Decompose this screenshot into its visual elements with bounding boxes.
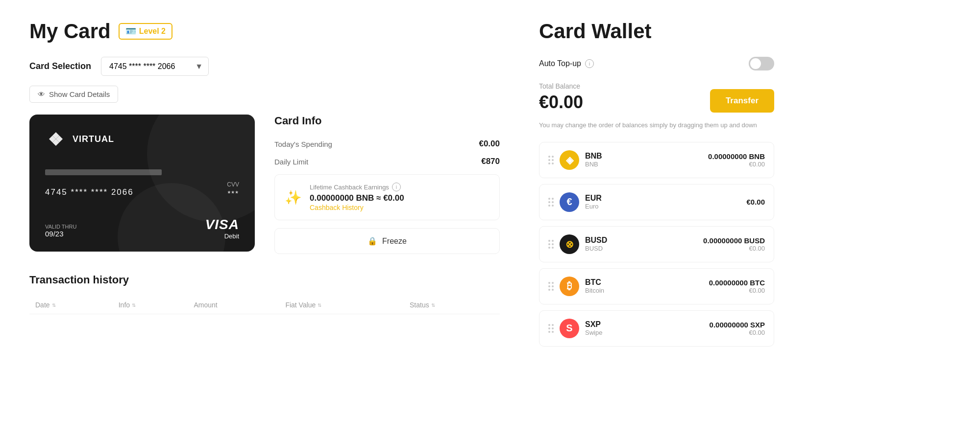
transaction-section: Transaction history Date ⇅ Info	[29, 274, 500, 314]
daily-limit-row: Daily Limit €870	[274, 157, 500, 166]
coin-name-sxp: SXP	[585, 320, 704, 329]
coin-balance-eur: €0.00	[746, 198, 765, 206]
cashback-box: ✨ Lifetime Cashback Earnings i 0.0000000…	[274, 174, 500, 220]
sort-icon-info[interactable]: ⇅	[132, 302, 136, 308]
drag-hint: You may change the order of balances sim…	[539, 120, 774, 130]
daily-limit-value: €870	[481, 157, 500, 166]
auto-topup-info-icon: i	[585, 59, 594, 68]
transfer-button[interactable]: Transfer	[710, 89, 774, 113]
th-fiat-value: Fiat Value ⇅	[279, 296, 404, 314]
auto-topup-toggle[interactable]	[749, 57, 774, 70]
card-bottom: 4745 **** **** 2066 CVV ***	[45, 181, 239, 197]
page-title: My Card	[29, 20, 111, 43]
valid-thru-label: VALID THRU	[45, 224, 76, 230]
coin-subtitle-busd: BUSD	[585, 245, 697, 252]
show-card-details-button[interactable]: 👁 Show Card Details	[29, 86, 118, 103]
coin-name-eur: EUR	[585, 194, 740, 203]
lock-icon: 🔒	[368, 236, 377, 246]
sort-icon-date[interactable]: ⇅	[52, 302, 56, 308]
wallet-item-bnb: ◈ BNB BNB 0.00000000 BNB €0.00	[539, 142, 774, 178]
transaction-history-title: Transaction history	[29, 274, 500, 286]
coin-name-busd: BUSD	[585, 236, 697, 245]
drag-handle[interactable]	[548, 240, 554, 249]
card-select[interactable]: 4745 **** **** 2066	[101, 57, 209, 76]
sort-icon-status[interactable]: ⇅	[431, 302, 435, 308]
total-balance-label: Total Balance	[539, 82, 583, 90]
wallet-coins-list: ◈ BNB BNB 0.00000000 BNB €0.00 € EUR Eur…	[539, 142, 774, 347]
card-masked-bar	[45, 169, 162, 175]
card-icon: 🪪	[125, 26, 136, 37]
coin-balance-btc: 0.00000000 BTC €0.00	[709, 279, 765, 294]
card-selection-row: Card Selection 4745 **** **** 2066 ▼	[29, 57, 500, 76]
coin-icon-sxp: S	[560, 319, 579, 338]
auto-topup-row: Auto Top-up i	[539, 57, 774, 70]
coin-icon-bnb: ◈	[560, 150, 579, 170]
coin-icon-busd: ⊗	[560, 234, 579, 254]
coin-name-bnb: BNB	[585, 152, 702, 161]
cashback-info: Lifetime Cashback Earnings i 0.00000000 …	[310, 183, 404, 212]
coin-icon-eur: €	[560, 192, 579, 212]
coin-details-eur: EUR Euro	[585, 194, 740, 210]
virtual-card: VIRTUAL 4745 **** **** 2066 CVV *** VALI…	[29, 115, 255, 252]
card-and-info: VIRTUAL 4745 **** **** 2066 CVV *** VALI…	[29, 115, 500, 254]
cashback-icon: ✨	[285, 189, 302, 206]
coin-details-sxp: SXP Swipe	[585, 320, 704, 336]
wallet-item-eur: € EUR Euro €0.00	[539, 184, 774, 220]
card-info-title: Card Info	[274, 115, 500, 127]
card-validity: VALID THRU 09/23	[45, 224, 76, 238]
level-badge: 🪪 Level 2	[119, 23, 172, 40]
cashback-label: Lifetime Cashback Earnings i	[310, 183, 404, 191]
coin-subtitle-eur: Euro	[585, 203, 740, 210]
coin-eur-value-sxp: €0.00	[710, 329, 765, 336]
coin-details-bnb: BNB BNB	[585, 152, 702, 168]
transaction-table: Date ⇅ Info ⇅ Amount	[29, 296, 500, 314]
wallet-item-btc: ₿ BTC Bitcoin 0.00000000 BTC €0.00	[539, 268, 774, 304]
coin-name-btc: BTC	[585, 278, 703, 287]
cvv-label: CVV	[227, 181, 239, 188]
card-brand-label: VIRTUAL	[73, 134, 114, 144]
coin-balance-busd: 0.00000000 BUSD €0.00	[703, 236, 765, 252]
card-selection-label: Card Selection	[29, 61, 91, 71]
balance-section: Total Balance €0.00 Transfer	[539, 82, 774, 113]
coin-amount-bnb: 0.00000000 BNB	[708, 152, 765, 161]
drag-handle[interactable]	[548, 156, 554, 164]
cashback-amount: 0.00000000 BNB ≈ €0.00	[310, 193, 404, 203]
sort-icon-fiat[interactable]: ⇅	[318, 302, 321, 308]
card-info-section: Card Info Today's Spending €0.00 Daily L…	[274, 115, 500, 254]
drag-handle[interactable]	[548, 198, 554, 207]
coin-amount-busd: 0.00000000 BUSD	[703, 236, 765, 245]
freeze-label: Freeze	[382, 237, 407, 246]
show-details-label: Show Card Details	[49, 90, 110, 98]
debit-label: Debit	[205, 232, 239, 240]
coin-icon-btc: ₿	[560, 277, 579, 296]
wallet-item-busd: ⊗ BUSD BUSD 0.00000000 BUSD €0.00	[539, 226, 774, 262]
todays-spending-row: Today's Spending €0.00	[274, 139, 500, 149]
todays-spending-value: €0.00	[479, 139, 500, 149]
freeze-button[interactable]: 🔒 Freeze	[274, 228, 500, 254]
visa-section: VISA Debit	[205, 217, 239, 240]
bnb-logo-icon	[45, 128, 67, 150]
card-cvv-section: CVV ***	[227, 181, 239, 197]
page-title-section: My Card 🪪 Level 2	[29, 20, 500, 43]
coin-amount-sxp: 0.00000000 SXP	[710, 321, 765, 329]
drag-handle[interactable]	[548, 282, 554, 291]
card-select-wrapper[interactable]: 4745 **** **** 2066 ▼	[101, 57, 209, 76]
th-status: Status ⇅	[404, 296, 500, 314]
th-amount: Amount	[188, 296, 279, 314]
cvv-value: ***	[227, 189, 239, 197]
coin-subtitle-btc: Bitcoin	[585, 287, 703, 294]
total-balance-amount: €0.00	[539, 92, 583, 113]
card-number: 4745 **** **** 2066	[45, 187, 134, 197]
coin-eur-value-btc: €0.00	[709, 287, 765, 294]
todays-spending-label: Today's Spending	[274, 140, 332, 148]
balance-row: Total Balance €0.00 Transfer	[539, 82, 774, 113]
card-top: VIRTUAL	[45, 128, 239, 150]
coin-amount-btc: 0.00000000 BTC	[709, 279, 765, 287]
coin-details-busd: BUSD BUSD	[585, 236, 697, 252]
wallet-title: Card Wallet	[539, 20, 774, 43]
cashback-history-link[interactable]: Cashback History	[310, 204, 364, 211]
drag-handle[interactable]	[548, 324, 554, 333]
eye-icon: 👁	[38, 90, 45, 98]
auto-topup-label: Auto Top-up i	[539, 59, 594, 68]
th-info: Info ⇅	[113, 296, 188, 314]
